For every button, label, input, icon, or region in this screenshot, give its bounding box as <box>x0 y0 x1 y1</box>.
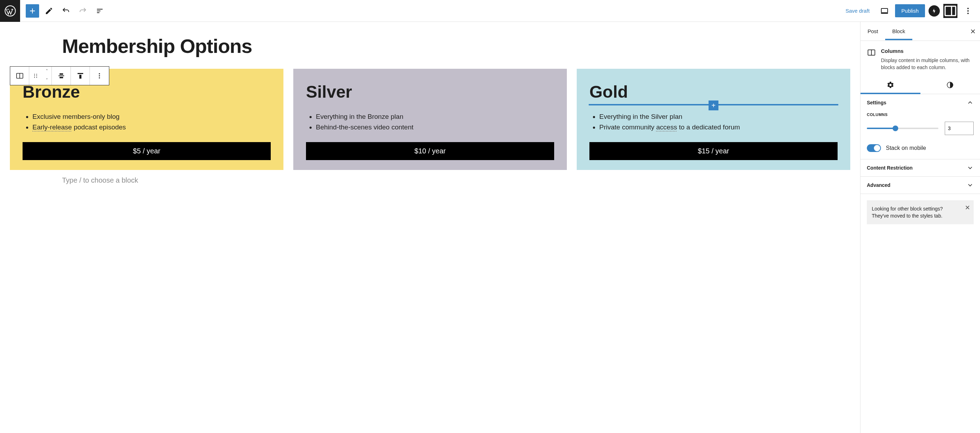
svg-point-10 <box>36 75 37 76</box>
block-type-columns-icon[interactable] <box>10 67 29 85</box>
block-toolbar: ˄ ˅ <box>10 66 109 85</box>
options-button[interactable] <box>961 4 975 18</box>
align-button[interactable] <box>52 67 71 85</box>
close-sidebar-button[interactable] <box>966 24 980 38</box>
svg-point-8 <box>36 74 37 75</box>
svg-point-9 <box>34 75 35 76</box>
feature-list[interactable]: Exclusive members-only blog Early-releas… <box>22 111 271 133</box>
price-button[interactable]: $5 / year <box>22 142 271 160</box>
block-description: Display content in multiple columns, wit… <box>881 57 974 71</box>
svg-point-12 <box>36 77 37 78</box>
columns-block[interactable]: Bronze Exclusive members-only blog Early… <box>10 69 850 170</box>
styles-moved-notice: Looking for other block settings? They'v… <box>867 200 974 224</box>
block-more-options-button[interactable] <box>90 67 109 85</box>
card-title[interactable]: Gold <box>589 82 838 102</box>
card-title[interactable]: Silver <box>306 82 554 102</box>
columns-icon <box>867 48 876 57</box>
type-hint[interactable]: Type / to choose a block <box>62 176 850 185</box>
block-name: Columns <box>881 48 974 54</box>
block-inserter-button[interactable]: + <box>709 100 718 110</box>
chevron-down-icon <box>967 181 974 189</box>
content-restriction-panel-toggle[interactable]: Content Restriction <box>861 159 980 176</box>
svg-point-3 <box>967 8 969 9</box>
svg-rect-1 <box>881 8 888 13</box>
svg-point-5 <box>967 13 969 14</box>
list-item[interactable]: Everything in the Bronze plan <box>316 111 554 122</box>
settings-panel-toggle[interactable]: Settings <box>861 94 980 111</box>
wordpress-logo[interactable] <box>0 0 20 22</box>
stack-on-mobile-toggle[interactable] <box>867 144 881 152</box>
list-item[interactable]: Exclusive members-only blog <box>32 111 271 122</box>
drag-handle-icon[interactable] <box>29 67 42 85</box>
feature-list[interactable]: Everything in the Silver plan Private co… <box>589 111 838 133</box>
price-button[interactable]: $15 / year <box>589 142 838 160</box>
columns-number-input[interactable] <box>945 122 974 135</box>
add-block-button[interactable] <box>26 4 39 18</box>
publish-button[interactable]: Publish <box>895 4 925 17</box>
chevron-up-icon <box>967 99 974 106</box>
svg-rect-16 <box>78 73 83 74</box>
move-down-button[interactable]: ˅ <box>42 76 51 85</box>
svg-point-7 <box>34 74 35 75</box>
jetpack-icon[interactable] <box>929 5 940 17</box>
stack-on-mobile-label: Stack on mobile <box>886 145 926 151</box>
vertical-align-button[interactable] <box>71 67 90 85</box>
preview-button[interactable] <box>877 4 891 18</box>
save-draft-button[interactable]: Save draft <box>841 5 873 17</box>
page-title[interactable]: Membership Options <box>62 35 850 57</box>
svg-rect-14 <box>60 73 63 75</box>
svg-rect-13 <box>59 75 64 76</box>
advanced-panel-toggle[interactable]: Advanced <box>861 177 980 194</box>
svg-rect-15 <box>60 77 63 78</box>
svg-rect-2 <box>945 6 956 16</box>
svg-point-19 <box>99 75 100 76</box>
list-item[interactable]: Private community access to a dedicated … <box>599 122 838 132</box>
redo-button <box>76 4 90 18</box>
column-gold[interactable]: Gold + Everything in the Silver plan Pri… <box>577 69 850 170</box>
document-overview-button[interactable] <box>93 4 107 18</box>
move-up-button[interactable]: ˄ <box>42 67 51 76</box>
svg-rect-17 <box>79 75 81 79</box>
columns-slider[interactable] <box>867 127 939 129</box>
tab-block[interactable]: Block <box>885 22 912 40</box>
list-item[interactable]: Behind-the-scenes video content <box>316 122 554 132</box>
dismiss-notice-button[interactable]: ✕ <box>965 204 970 212</box>
price-button[interactable]: $10 / year <box>306 142 554 160</box>
svg-point-20 <box>99 77 100 78</box>
settings-sidebar: Post Block Columns Display content in mu… <box>860 22 980 433</box>
columns-field-label: COLUMNS <box>867 113 974 117</box>
svg-point-11 <box>34 77 35 78</box>
edit-tools-button[interactable] <box>42 4 56 18</box>
list-item[interactable]: Early-release podcast episodes <box>32 122 271 132</box>
settings-subtab[interactable] <box>861 76 920 94</box>
column-silver[interactable]: Silver Everything in the Bronze plan Beh… <box>293 69 567 170</box>
undo-button[interactable] <box>59 4 73 18</box>
svg-point-4 <box>967 10 969 12</box>
styles-subtab[interactable] <box>920 76 980 94</box>
svg-point-18 <box>99 73 100 75</box>
settings-sidebar-toggle[interactable] <box>943 4 958 18</box>
chevron-down-icon <box>967 164 974 171</box>
feature-list[interactable]: Everything in the Bronze plan Behind-the… <box>306 111 554 133</box>
list-item[interactable]: Everything in the Silver plan <box>599 111 838 122</box>
tab-post[interactable]: Post <box>861 22 885 40</box>
